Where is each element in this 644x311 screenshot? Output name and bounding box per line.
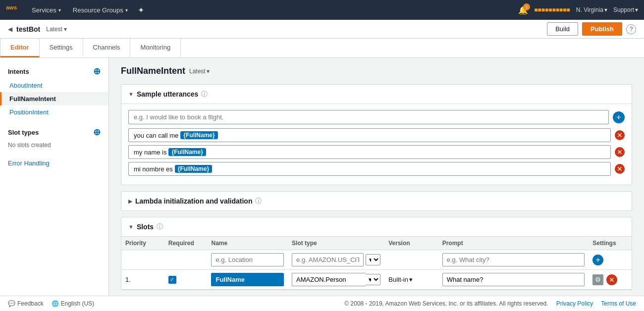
back-arrow-icon[interactable]: ◀ [8,26,12,33]
remove-utterance-2-button[interactable]: ✕ [615,147,625,157]
tab-monitoring[interactable]: Monitoring [130,39,181,57]
resource-groups-nav[interactable]: Resource Groups ▾ [69,4,132,16]
utterance-3-text-before: mi nombre es [134,165,173,173]
slot-types-section-header: Slot types ⊕ [0,125,108,140]
remove-utterance-3-button[interactable]: ✕ [615,164,625,174]
terms-of-use-link[interactable]: Terms of Use [601,300,636,307]
slot-1-required-checkbox[interactable]: ✓ [168,276,176,284]
intents-section-header: Intents ⊕ [0,64,108,79]
lambda-info-icon[interactable]: ⓘ [255,197,262,206]
slot-1-priority-cell: 1. [121,270,164,290]
slots-header[interactable]: ▼ Slots ⓘ [121,217,632,237]
content-area: FullNameIntent Latest ▾ ▼ Sample utteran… [109,58,644,296]
utterances-body: + you can call me {FullName} ✕ my name i… [121,104,632,185]
utterance-row-3: mi nombre es {FullName} ✕ [128,162,625,176]
new-slot-settings-cell: + [589,250,632,270]
tab-settings[interactable]: Settings [40,39,83,57]
slot-1-required-cell: ✓ [164,270,208,290]
remove-utterance-1-button[interactable]: ✕ [615,130,625,140]
aws-logo[interactable]: aws [6,4,22,16]
new-slot-name-cell [207,250,288,270]
add-intent-button[interactable]: ⊕ [93,67,101,76]
new-utterance-row: + [128,110,625,124]
add-slot-button[interactable]: + [592,255,603,265]
slot-1-prompt-input[interactable] [442,273,585,286]
slot-1-version-chevron-icon: ▾ [409,276,413,283]
support-nav[interactable]: Support ▾ [613,6,638,13]
new-slot-type-input[interactable] [292,253,364,266]
utterance-3-display[interactable]: mi nombre es {FullName} [128,162,611,176]
bot-name[interactable]: testBot [16,25,40,33]
slot-1-name-input[interactable] [211,273,284,286]
sidebar-item-aboutintent[interactable]: AboutIntent [0,79,108,92]
sidebar-item-positionintent[interactable]: PositionIntent [0,105,108,119]
name-column-header: Name [207,237,288,250]
slot-1-type-cell: ▾ [288,270,384,290]
publish-button[interactable]: Publish [582,22,622,36]
feedback-icon: 💬 [8,300,15,307]
new-slot-required-cell [164,250,208,270]
lambda-header[interactable]: ▶ Lambda initialization and validation ⓘ [121,192,632,210]
slots-table: Priority Required Name Slot type Version… [121,237,632,290]
language-selector[interactable]: 🌐 English (US) [52,300,94,307]
favorites-star-icon[interactable]: ✦ [138,5,144,15]
slot-1-type-input[interactable] [292,273,366,286]
slot-1-priority-value: 1. [125,276,131,283]
slottype-column-header: Slot type [288,237,384,250]
sidebar-item-fullnameintent[interactable]: FullNameIntent [0,92,108,105]
utterance-row-1: you can call me {FullName} ✕ [128,128,625,142]
intent-version-chevron-icon: ▾ [207,68,210,75]
region-selector[interactable]: N. Virginia ▾ [576,6,607,13]
add-slot-type-button[interactable]: ⊕ [93,128,101,137]
new-slot-version-cell [384,250,438,270]
bot-version-selector[interactable]: Latest ▾ [46,26,67,33]
new-slot-type-dropdown[interactable]: ▾ [366,254,380,265]
slots-section: ▼ Slots ⓘ Priority Required Name Slot ty… [121,217,632,290]
slot-1-remove-button[interactable]: ✕ [606,274,617,285]
slot-1-name-cell [207,270,288,290]
version-column-header: Version [384,237,438,250]
feedback-button[interactable]: 💬 Feedback [8,300,44,307]
services-nav[interactable]: Services ▾ [28,4,65,16]
region-chevron-icon: ▾ [604,6,607,13]
user-account-nav[interactable]: ■■■■■■■■■■ [534,6,570,13]
sidebar-item-error-handling[interactable]: Error Handling [0,156,108,170]
utterance-1-text-before: you can call me [134,132,178,139]
intent-title: FullNameIntent [121,66,185,76]
utterances-info-icon[interactable]: ⓘ [201,90,208,99]
new-utterance-input[interactable] [128,110,609,124]
new-slot-prompt-input[interactable] [442,253,585,266]
sample-utterances-header[interactable]: ▼ Sample utterances ⓘ [121,85,632,104]
no-slots-label: No slots created [0,140,108,151]
priority-column-header: Priority [121,237,164,250]
copyright-text: © 2008 - 2019, Amazon Web Services, Inc.… [344,300,548,307]
new-slot-name-input[interactable] [211,253,284,266]
notifications-bell-icon[interactable]: 🔔 1 [518,5,528,15]
privacy-policy-link[interactable]: Privacy Policy [556,300,593,307]
support-chevron-icon: ▾ [635,6,638,13]
slots-title: Slots [137,223,154,231]
slot-1-gear-button[interactable]: ⚙ [592,274,603,285]
slots-info-icon[interactable]: ⓘ [157,222,163,231]
utterance-2-display[interactable]: my name is {FullName} [128,145,611,159]
build-button[interactable]: Build [547,22,578,36]
new-slot-type-cell: ▾ [288,250,384,270]
slots-chevron-icon: ▼ [128,224,134,230]
new-slot-row: ▾ + [121,250,632,270]
footer: 💬 Feedback 🌐 English (US) © 2008 - 2019,… [0,296,644,311]
utterance-row-2: my name is {FullName} ✕ [128,145,625,159]
utterance-2-text-before: my name is [134,149,166,156]
slot-1-type-dropdown[interactable]: ▾ [366,274,380,285]
main-layout: Intents ⊕ AboutIntent FullNameIntent Pos… [0,58,644,296]
utterance-1-display[interactable]: you can call me {FullName} [128,128,611,142]
lambda-title: Lambda initialization and validation [135,197,252,205]
help-icon[interactable]: ? [626,24,636,34]
tab-channels[interactable]: Channels [83,39,131,57]
intent-version-selector[interactable]: Latest ▾ [189,68,210,75]
tab-editor[interactable]: Editor [0,39,40,57]
lambda-chevron-icon: ▶ [128,198,132,205]
footer-right: © 2008 - 2019, Amazon Web Services, Inc.… [344,300,636,307]
slot-1-prompt-cell [438,270,589,290]
slots-body: Priority Required Name Slot type Version… [121,237,632,290]
add-utterance-button[interactable]: + [613,111,625,123]
